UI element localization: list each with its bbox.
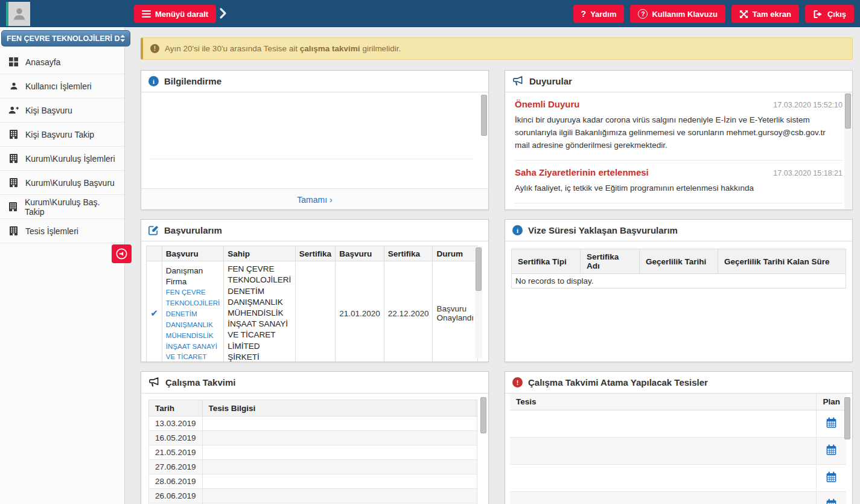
sidebar-item-label: Kurum\Kuruluş Baş. Takip [25,197,116,217]
sidebar-collapse-button[interactable] [112,244,132,263]
avatar[interactable] [6,2,30,26]
table-row [510,465,846,492]
panel-title: Başvurularım [164,225,222,235]
announcement-title[interactable]: Önemli Duyuru [515,99,580,109]
table-row [510,438,846,465]
panel-duyurular: Duyurular Önemli Duyuru 17.03.2020 15:52… [505,70,853,210]
announcement-title[interactable]: Saha Ziyaretlerinin ertelenmesi [515,167,649,177]
topbar-actions: ? Yardım ? Kullanım Klavuzu Tam ekran Çı… [573,5,854,23]
col-header-plan: Plan [817,394,846,410]
scrollbar-thumb[interactable] [844,397,850,439]
col-header: Sertifika Adı [581,249,640,274]
tamami-link[interactable]: Tamamı › [297,195,332,205]
chevron-right-icon[interactable] [216,7,229,20]
panel-title: Bilgilendirme [164,76,221,86]
megaphone-icon [512,76,524,86]
exclamation-circle-icon: ! [512,377,523,388]
panel-atama-header: ! Çalışma Takvimi Atama Yapılacak Tesisl… [505,372,852,394]
scrollbar-thumb[interactable] [480,397,486,433]
sidebar-item-kisi-basvuru-takip[interactable]: Kişi Başvuru Takip [0,123,124,147]
calendar-icon[interactable] [825,471,838,485]
fullscreen-button[interactable]: Tam ekran [731,5,799,23]
durum-cell: Başvuru Onaylandı [433,261,478,363]
expand-icon [739,10,748,19]
duyurular-list: Önemli Duyuru 17.03.2020 15:52:10 İkinci… [505,92,852,210]
scrollbar-thumb[interactable] [845,94,851,129]
dashboard-grid: i Bilgilendirme Tamamı › Duyurular [141,70,853,504]
panel-title: Çalışma Takvimi [165,377,235,388]
basvuru-tarihi-cell: 21.01.2020 [336,261,384,363]
basvuru-cell: Danışman Firma FEN ÇEVRE TEKNOLOJİLERİ D… [162,261,223,363]
sidebar-item-kurum-bas-takip[interactable]: Kurum\Kuruluş Baş. Takip [0,195,124,219]
company-selector[interactable]: FEN ÇEVRE TEKNOLOJİLERİ D [1,30,130,46]
calendar-icon[interactable] [825,416,838,431]
sidebar-item-kurum-islemleri[interactable]: Kurum\Kuruluş İşlemleri [0,147,124,171]
table-row [510,410,846,438]
calendar-icon[interactable] [825,498,838,504]
panel-basvurularim: Başvurularım Başvuru Sahip Sertifika Baş… [141,219,489,362]
manual-button[interactable]: ? Kullanım Klavuzu [630,5,725,23]
basvurularim-table: Başvuru Sahip Sertifika Başvuru Sertifik… [146,246,478,362]
logout-button[interactable]: Çıkış [805,5,854,23]
col-header: Sertifika Tipi [512,249,581,274]
user-icon [8,81,19,91]
scrollbar-thumb[interactable] [476,247,482,291]
sidebar-item-label: Kurum\Kuruluş Başvuru [25,178,115,188]
tesis-cell [202,431,477,445]
building-icon [8,154,19,163]
collapse-menu-button[interactable]: Menüyü daralt [134,5,216,23]
sidebar-item-tesis-islemleri[interactable]: Tesis İşlemleri [0,219,124,243]
calisma-table: Tarih Tesis Bilgisi 13.03.2019 16.05.201… [148,400,477,504]
collapse-menu-label: Menüyü daralt [155,10,208,19]
hamburger-icon [142,10,151,18]
col-header-durum: Durum [433,246,478,261]
panel-basvurularim-header: Başvurularım [141,220,488,241]
sidebar: FEN ÇEVRE TEKNOLOJİLERİ D Anasayfa Kulla… [0,27,125,504]
tesis-cell [202,460,477,474]
sidebar-item-label: Anasayfa [25,57,60,67]
sidebar-item-kurum-basvuru[interactable]: Kurum\Kuruluş Başvuru [0,171,124,195]
tesis-cell [202,489,477,503]
bilgilendirme-body [141,92,488,189]
panel-title: Çalışma Takvimi Atama Yapılacak Tesisler [528,377,708,388]
sidebar-item-kisi-basvuru[interactable]: Kişi Başvuru [0,98,124,123]
company-selector-label: FEN ÇEVRE TEKNOLOJİLERİ D [7,34,120,43]
col-header-tesis: Tesis [510,394,817,410]
logout-icon [813,10,823,19]
announcement-body: Aylık faaliyet, iç tetkik ve Eğitim prog… [515,182,835,195]
table-row: 28.06.2019 [149,474,477,489]
basvuru-link[interactable]: FEN ÇEVRE TEKNOLOJİLERİ DENETİM DANIŞMAN… [166,287,220,362]
col-header-basvuru: Başvuru [162,246,223,261]
sort-arrows-icon [120,34,125,42]
building-icon [8,130,19,139]
table-row: ✔ Danışman Firma FEN ÇEVRE TEKNOLOJİLERİ… [147,261,478,363]
sidebar-item-label: Kullanıcı İşlemleri [25,81,92,91]
tesis-cell [510,410,817,438]
help-button[interactable]: ? Yardım [573,5,625,23]
basvurularim-table-wrap: Başvuru Sahip Sertifika Başvuru Sertifik… [146,246,483,362]
empty-message: No records to display. [512,274,846,289]
announcement-item: Saha Ziyaretlerinin ertelenmesi 17.03.20… [515,161,842,203]
question-icon: ? [581,9,587,19]
sidebar-item-anasayfa[interactable]: Anasayfa [0,50,124,74]
panel-vize: i Vize Süresi Yaklaşan Başvurularım Sert… [505,219,853,362]
table-row: 26.06.2019 [149,489,477,503]
panel-atama-tesisler: ! Çalışma Takvimi Atama Yapılacak Tesisl… [505,371,853,504]
scrollbar-thumb[interactable] [481,95,487,136]
calendar-icon[interactable] [825,444,838,458]
table-row: 21.05.2019 [149,445,477,460]
panel-bilgilendirme: i Bilgilendirme Tamamı › [141,70,489,210]
announcement-item: İç Tetkik Formatı Güncellenmiştir 30.01.… [515,203,842,210]
list-divider [150,159,474,159]
manual-label: Kullanım Klavuzu [652,10,717,19]
atama-table-wrap: Tesis Plan [510,394,845,504]
table-row [510,492,846,504]
row-check-icon[interactable]: ✔ [147,261,162,363]
grid-icon [8,57,19,66]
col-header-check [147,246,162,261]
alert-banner: ! Ayın 20'si ile 30'u arasında Tesise ai… [141,37,853,60]
tarih-cell: 21.05.2019 [149,445,203,460]
tesis-cell [510,438,817,465]
user-avatar-icon [11,6,27,22]
sidebar-item-kullanici-islemleri[interactable]: Kullanıcı İşlemleri [0,74,124,98]
